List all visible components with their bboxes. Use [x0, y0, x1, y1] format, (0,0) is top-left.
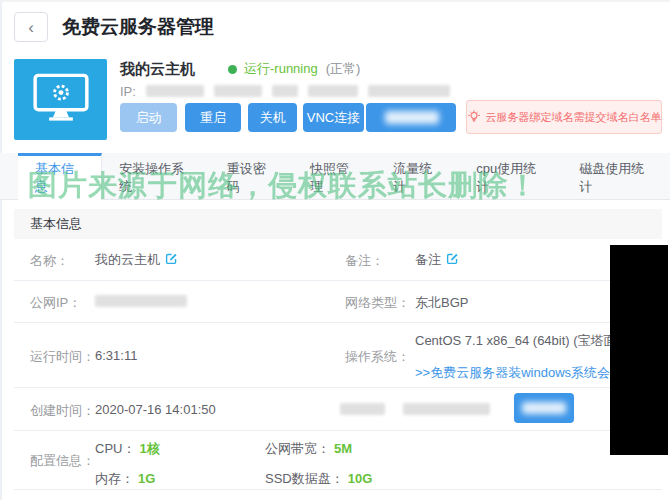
- row-divider: [14, 280, 662, 281]
- tab-traffic-stats[interactable]: 流量统计: [376, 153, 459, 200]
- note-value: 备注: [415, 251, 459, 269]
- bulb-icon: [467, 110, 481, 124]
- config-label: 配置信息：: [30, 452, 95, 470]
- config-bandwidth-value: 5M: [334, 441, 352, 456]
- network-type-value: 东北BGP: [415, 294, 468, 312]
- config-memory-value: 1G: [138, 471, 155, 486]
- row4-redacted-button[interactable]: [514, 393, 574, 423]
- back-button[interactable]: ‹: [14, 12, 48, 42]
- server-name: 我的云主机: [120, 60, 195, 79]
- tab-reset-password[interactable]: 重设密码: [210, 153, 293, 200]
- shutdown-button[interactable]: 关机: [248, 103, 297, 132]
- redacted-label-blur: [385, 111, 439, 124]
- start-button[interactable]: 启动: [120, 103, 177, 132]
- tab-bar: 基本信息 安装操作系统 重设密码 快照管理 流量统计 cpu使用统计 磁盘使用统…: [0, 153, 670, 200]
- config-memory-key: 内存：: [95, 471, 134, 486]
- name-label: 名称：: [30, 252, 69, 270]
- note-label: 备注：: [345, 252, 384, 270]
- windows-install-link[interactable]: >>免费云服务器装windows系统会性: [415, 364, 623, 382]
- row-divider: [14, 387, 662, 388]
- status-text: 运行-running: [244, 60, 318, 78]
- edit-note-icon[interactable]: [446, 252, 459, 268]
- ip-row: IP:: [120, 84, 460, 98]
- row-divider: [14, 322, 662, 323]
- edit-name-icon[interactable]: [165, 252, 178, 268]
- ip-redacted-2: [214, 85, 262, 97]
- domain-whitelist-warning: 云服务器绑定域名需提交域名白名单: [466, 100, 662, 134]
- tab-disk-stats[interactable]: 磁盘使用统计: [562, 153, 670, 200]
- name-value-text: 我的云主机: [95, 251, 160, 269]
- restart-button[interactable]: 重启: [185, 103, 241, 132]
- config-cpu-value: 1核: [139, 441, 159, 456]
- uptime-value: 6:31:11: [95, 348, 137, 363]
- tab-cpu-stats[interactable]: cpu使用统计: [459, 153, 562, 200]
- uptime-label: 运行时间：: [30, 348, 95, 366]
- row4-redacted-text-1: [340, 403, 385, 415]
- os-label: 操作系统：: [345, 348, 410, 366]
- os-value: CentOS 7.1 x86_64 (64bit) (宝塔面板: [415, 332, 630, 350]
- public-ip-label: 公网IP：: [30, 294, 81, 312]
- tab-basic-info[interactable]: 基本信息: [18, 153, 102, 200]
- status-dot-icon: [228, 65, 237, 74]
- config-cpu: CPU：1核: [95, 440, 160, 458]
- page-title: 免费云服务器管理: [62, 14, 214, 40]
- cloud-server-management-page: ‹ 免费云服务器管理 我的云主机 运行-running (正常) IP: 启动 …: [0, 0, 670, 500]
- ip-redacted-1: [146, 85, 204, 97]
- note-value-text: 备注: [415, 251, 441, 269]
- config-bandwidth: 公网带宽：5M: [265, 440, 352, 458]
- censored-overlay: [610, 245, 668, 455]
- config-bandwidth-key: 公网带宽：: [265, 441, 330, 456]
- section-header: 基本信息: [14, 209, 662, 239]
- config-memory: 内存：1G: [95, 470, 155, 488]
- tab-snapshot[interactable]: 快照管理: [293, 153, 376, 200]
- public-ip-redacted: [95, 295, 187, 307]
- warning-text: 云服务器绑定域名需提交域名白名单: [486, 110, 662, 125]
- config-cpu-key: CPU：: [95, 441, 135, 456]
- config-ssd-value: 10G: [348, 471, 373, 486]
- config-ssd: SSD数据盘：10G: [265, 470, 372, 488]
- ip-label: IP:: [120, 84, 136, 99]
- redacted-action-button[interactable]: [366, 103, 456, 132]
- left-edge-divider: [0, 2, 2, 500]
- created-value: 2020-07-16 14:01:50: [95, 402, 216, 417]
- ip-redacted-4: [308, 85, 358, 97]
- status-note: (正常): [326, 60, 361, 78]
- row-divider: [14, 430, 662, 431]
- monitor-gear-icon: [33, 73, 89, 127]
- ip-redacted-5: [368, 85, 450, 97]
- redacted-label-blur: [522, 402, 566, 414]
- row4-redacted-text-2: [403, 403, 490, 415]
- server-thumbnail: [14, 59, 107, 140]
- row-divider: [14, 489, 662, 490]
- server-status: 运行-running (正常): [228, 60, 360, 78]
- name-value: 我的云主机: [95, 251, 178, 269]
- created-label: 创建时间：: [30, 402, 95, 420]
- tab-install-os[interactable]: 安装操作系统: [102, 153, 210, 200]
- config-ssd-key: SSD数据盘：: [265, 471, 344, 486]
- ip-redacted-3: [272, 85, 298, 97]
- section-title: 基本信息: [30, 215, 82, 233]
- network-type-label: 网络类型：: [345, 294, 410, 312]
- vnc-connect-button[interactable]: VNC连接: [303, 103, 364, 132]
